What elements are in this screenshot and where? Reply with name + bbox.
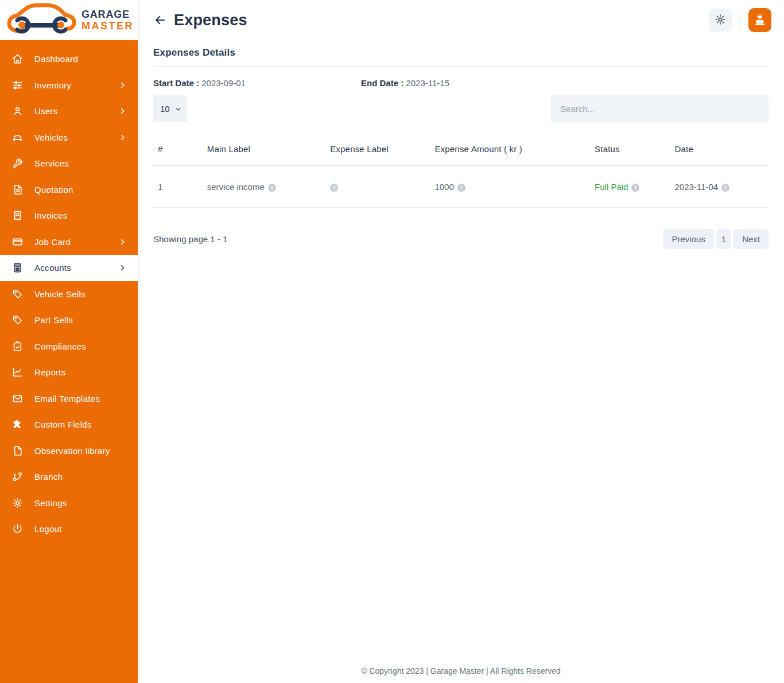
sidebar-item-label: Compliances [34,342,86,351]
col-header-status: Status [590,139,670,166]
chevron-right-icon [119,134,126,141]
sidebar-item-settings[interactable]: Settings [0,490,138,517]
sidebar-item-reports[interactable]: Reports [0,359,138,386]
sidebar-item-label: Services [34,158,69,168]
gear-icon [715,14,726,27]
page-size-select[interactable]: 10 [153,95,187,122]
end-date-value: 2023-11-15 [406,78,449,88]
start-date: Start Date : 2023-09-01 [153,78,361,88]
sidebar-item-custom-fields[interactable]: Custom Fields [0,412,138,438]
sidebar-item-label: Accounts [34,263,71,273]
start-date-value: 2023-09-01 [201,78,246,88]
sidebar-item-label: Quotation [34,185,73,195]
chart-line-icon [12,367,23,378]
sidebar-item-quotation[interactable]: Quotation [0,177,138,203]
info-icon[interactable]: i [721,184,729,192]
cell-date: 2023-11-04i [670,166,769,208]
sidebar-item-users[interactable]: Users [0,98,138,125]
sidebar-item-label: Observation library [34,446,110,456]
sidebar-item-branch[interactable]: Branch [0,464,138,490]
sidebar-item-label: Custom Fields [34,420,92,429]
end-date: End Date : 2023-11-15 [361,78,569,88]
chevron-right-icon [119,238,126,246]
info-icon[interactable]: i [457,184,465,192]
sidebar-item-label: Job Card [34,237,71,247]
status-badge: Full Paid [595,182,628,192]
page-number-button[interactable]: 1 [716,229,731,249]
sidebar-item-vehicle-sells[interactable]: Vehicle Sells [0,281,138,308]
receipt-icon [12,210,23,221]
brand-logo[interactable]: GARAGE MASTER [0,0,138,40]
info-icon[interactable]: i [330,184,338,192]
profile-button[interactable] [748,8,771,32]
sidebar-item-services[interactable]: Services [0,150,138,177]
cell-index: 1 [153,166,203,208]
table-footer: Showing page 1 - 1 Previous 1 Next [153,229,769,249]
sidebar-item-part-sells[interactable]: Part Sells [0,307,138,333]
col-header-expense-amount: Expense Amount ( kr ) [430,139,590,166]
app-footer: © Copyright 2023 | Garage Master | All R… [138,666,784,683]
sidebar-item-email-templates[interactable]: Email Templates [0,386,138,412]
main-area: Expenses [138,0,784,683]
chevron-right-icon [119,264,126,271]
sidebar-item-label: Users [34,106,58,116]
chevron-right-icon [119,82,126,89]
sidebar-item-label: Settings [34,498,67,508]
sidebar-item-inventory[interactable]: Inventory [0,72,138,99]
expenses-table: # Main Label Expense Label Expense Amoun… [153,139,769,208]
page-title: Expenses [174,11,247,29]
sidebar-item-label: Email Templates [34,394,100,403]
info-icon[interactable]: i [631,184,639,192]
next-page-button[interactable]: Next [733,229,769,249]
start-date-label: Start Date : [153,78,199,88]
puzzle-icon [12,419,23,430]
car-wrench-logo-icon [5,2,78,38]
info-icon[interactable]: i [268,184,276,192]
sidebar-item-job-card[interactable]: Job Card [0,229,138,255]
sidebar-item-label: Vehicle Sells [34,289,86,299]
brand-name: GARAGE MASTER [81,9,134,32]
col-header-index: # [153,139,203,166]
tag-icon [12,315,23,325]
section-title: Expenses Details [153,47,769,59]
sidebar-item-label: Invoices [34,211,67,220]
clipboard-check-icon [12,341,23,352]
cell-main-label: service incomei [203,166,325,208]
sidebar-item-invoices[interactable]: Invoices [0,203,138,229]
showing-page-text: Showing page 1 - 1 [153,234,227,244]
brand-name-bottom: MASTER [81,20,134,32]
calculator-icon [12,262,23,273]
sidebar-item-vehicles[interactable]: Vehicles [0,125,138,151]
sidebar-item-logout[interactable]: Logout [0,516,138,542]
chevron-right-icon [119,107,126,115]
col-header-main-label: Main Label [203,139,325,166]
sidebar-item-observation-library[interactable]: Observation library [0,438,138,464]
envelope-icon [12,393,23,404]
table-header-row: # Main Label Expense Label Expense Amoun… [153,139,769,166]
sidebar-item-label: Inventory [34,80,71,90]
col-header-date: Date [670,139,769,166]
home-icon [12,53,23,64]
sidebar-item-accounts[interactable]: Accounts [0,255,138,281]
table-controls: 10 [153,95,769,122]
previous-page-button[interactable]: Previous [663,229,713,249]
table-row: 1 service incomei i 1000i Full Paidi 202… [153,166,769,208]
back-arrow-icon[interactable] [153,13,167,27]
sidebar-item-label: Logout [34,524,62,534]
sidebar-item-compliances[interactable]: Compliances [0,333,138,360]
content: Expenses Details Start Date : 2023-09-01… [138,40,784,249]
end-date-label: End Date : [361,78,403,88]
person-desk-icon [752,12,767,29]
cell-status: Full Paidi [590,166,670,208]
search-input[interactable] [550,95,769,122]
sidebar-item-dashboard[interactable]: Dashboard [0,46,138,72]
cell-expense-label: i [325,166,430,208]
user-icon [12,106,23,117]
header-actions [709,8,771,32]
settings-button[interactable] [709,9,732,32]
wrench-icon [12,158,23,169]
col-header-expense-label: Expense Label [325,139,430,166]
sidebar-item-label: Vehicles [34,133,68,142]
cell-amount: 1000i [430,166,590,208]
power-icon [12,523,23,534]
